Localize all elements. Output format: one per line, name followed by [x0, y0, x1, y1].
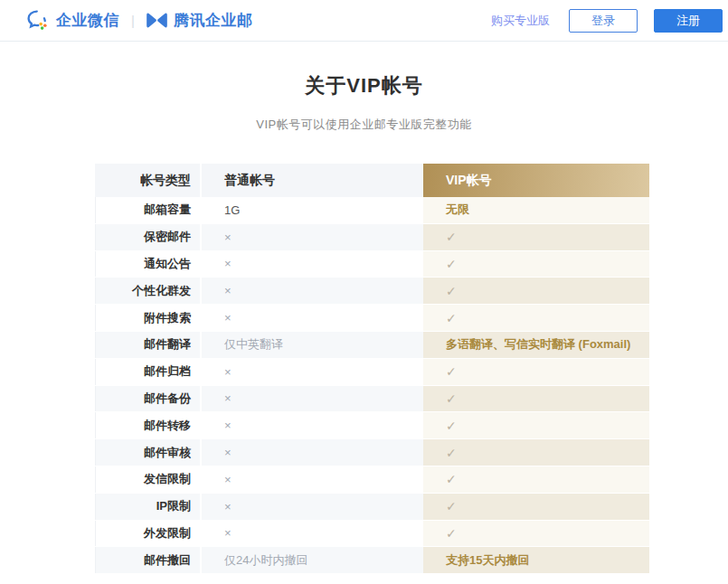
top-nav: 企业微信 | 腾讯企业邮 购买专业版 登录 注册 [0, 0, 728, 42]
vip-account-value: ✓ [423, 521, 649, 548]
feature-label: 邮件撤回 [95, 547, 202, 574]
wechat-work-label: 企业微信 [56, 10, 119, 31]
normal-account-value: × [202, 412, 423, 439]
normal-account-value: 仅24小时内撤回 [202, 547, 423, 574]
feature-label: 通知公告 [95, 251, 202, 278]
table-body: 邮箱容量 1G 无限 保密邮件 × ✓ 通知公告 × ✓ 个性化群发 × ✓ 附… [95, 197, 649, 574]
hero-section: 关于VIP帐号 VIP帐号可以使用企业邮专业版完整功能 [0, 72, 728, 133]
login-button[interactable]: 登录 [569, 9, 638, 33]
vip-account-value: ✓ [423, 412, 649, 439]
vip-account-value: ✓ [423, 466, 649, 494]
normal-account-value: × [202, 466, 423, 494]
normal-account-value: × [202, 359, 423, 386]
normal-account-value: 仅中英翻译 [202, 332, 423, 359]
table-header-row: 帐号类型 普通帐号 VIP帐号 [95, 164, 649, 197]
feature-label: 保密邮件 [95, 224, 202, 251]
normal-account-value: × [202, 305, 423, 332]
table-row: 邮件审核 × ✓ [95, 439, 649, 466]
feature-label: 外发限制 [95, 521, 202, 548]
vip-account-value: ✓ [423, 224, 649, 251]
table-row: 个性化群发 × ✓ [95, 278, 649, 305]
feature-label: IP限制 [95, 494, 202, 521]
vip-account-value: ✓ [423, 494, 649, 521]
table-row: IP限制 × ✓ [95, 494, 649, 521]
comparison-table: 帐号类型 普通帐号 VIP帐号 邮箱容量 1G 无限 保密邮件 × ✓ 通知公告… [95, 164, 649, 574]
normal-account-value: × [202, 494, 423, 521]
exmail-icon [147, 12, 167, 29]
normal-account-value: × [202, 278, 423, 305]
table-row: 邮箱容量 1G 无限 [95, 197, 649, 224]
table-row: 外发限制 × ✓ [95, 521, 649, 548]
normal-account-value: 1G [202, 197, 423, 224]
table-row: 邮件备份 × ✓ [95, 386, 649, 413]
buy-pro-link[interactable]: 购买专业版 [491, 13, 550, 29]
table-row: 通知公告 × ✓ [95, 251, 649, 278]
vip-account-value: 支持15天内撤回 [423, 547, 649, 574]
feature-label: 发信限制 [95, 466, 202, 494]
feature-label: 邮件翻译 [95, 332, 202, 359]
vip-account-value: ✓ [423, 278, 649, 305]
vip-account-value: ✓ [423, 439, 649, 466]
page-title: 关于VIP帐号 [0, 72, 728, 99]
table-row: 邮件转移 × ✓ [95, 412, 649, 439]
brand-divider: | [131, 13, 135, 28]
wechat-work-icon [27, 10, 50, 31]
feature-label: 邮件审核 [95, 439, 202, 466]
normal-account-value: × [202, 224, 423, 251]
feature-label: 邮箱容量 [95, 197, 202, 224]
table-row: 邮件撤回 仅24小时内撤回 支持15天内撤回 [95, 547, 649, 574]
table-row: 发信限制 × ✓ [95, 466, 649, 494]
normal-account-value: × [202, 386, 423, 413]
exmail-label: 腾讯企业邮 [174, 10, 253, 31]
vip-account-value: ✓ [423, 386, 649, 413]
feature-label: 邮件备份 [95, 386, 202, 413]
vip-account-value: ✓ [423, 359, 649, 386]
table-row: 保密邮件 × ✓ [95, 224, 649, 251]
wechat-work-logo[interactable]: 企业微信 [27, 10, 119, 31]
header-normal-account: 普通帐号 [202, 164, 423, 197]
normal-account-value: × [202, 521, 423, 548]
feature-label: 个性化群发 [95, 278, 202, 305]
feature-label: 邮件归档 [95, 359, 202, 386]
vip-account-value: ✓ [423, 305, 649, 332]
vip-account-value: ✓ [423, 251, 649, 278]
normal-account-value: × [202, 251, 423, 278]
exmail-logo[interactable]: 腾讯企业邮 [147, 10, 253, 31]
header-vip-account: VIP帐号 [423, 164, 649, 197]
page-subtitle: VIP帐号可以使用企业邮专业版完整功能 [0, 117, 728, 133]
vip-account-value: 无限 [423, 197, 649, 224]
register-button[interactable]: 注册 [654, 9, 723, 33]
header-account-type: 帐号类型 [95, 164, 202, 197]
feature-label: 附件搜索 [95, 305, 202, 332]
table-row: 邮件翻译 仅中英翻译 多语翻译、写信实时翻译 (Foxmail) [95, 332, 649, 359]
table-row: 邮件归档 × ✓ [95, 359, 649, 386]
feature-label: 邮件转移 [95, 412, 202, 439]
normal-account-value: × [202, 439, 423, 466]
vip-account-value: 多语翻译、写信实时翻译 (Foxmail) [423, 332, 649, 359]
table-row: 附件搜索 × ✓ [95, 305, 649, 332]
